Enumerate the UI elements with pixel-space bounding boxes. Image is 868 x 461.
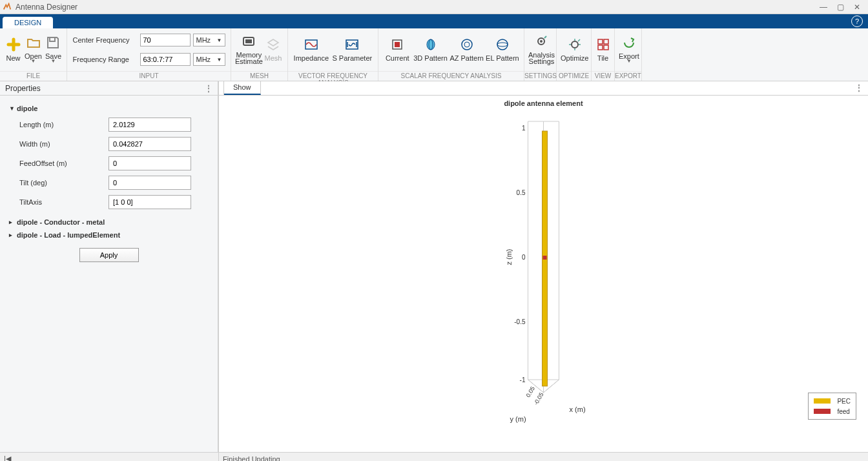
maximize-button[interactable]: ▢ xyxy=(832,1,849,14)
prop-label-1: Width (m) xyxy=(5,140,108,148)
estimate-label: Estimate xyxy=(235,57,263,65)
window-title: Antenna Designer xyxy=(16,3,815,12)
freq-range-input[interactable] xyxy=(140,53,191,66)
tree-load-label: dipole - Load - lumpedElement xyxy=(17,231,120,239)
az-label: AZ Pattern xyxy=(450,54,484,62)
svg-rect-1 xyxy=(245,39,252,43)
center-freq-input[interactable] xyxy=(140,34,191,46)
prop-row-0: Length (m) xyxy=(5,115,212,134)
tree-conductor[interactable]: ▸dipole - Conductor - metal xyxy=(5,216,212,229)
prop-input-3[interactable] xyxy=(108,176,191,190)
save-button[interactable]: Save ▼ xyxy=(44,30,63,69)
xy-tick-b: -0.05 xyxy=(533,391,545,406)
prop-input-2[interactable] xyxy=(108,156,191,170)
canvas-tab-show[interactable]: Show xyxy=(224,81,261,95)
status-text: Finished Updating xyxy=(218,453,868,461)
cf-unit-label: MHz xyxy=(196,36,211,44)
impedance-icon xyxy=(304,37,318,52)
new-button[interactable]: New xyxy=(4,30,23,69)
sparam-button[interactable]: S Parameter xyxy=(331,30,374,69)
tile-button[interactable]: Tile xyxy=(595,30,610,69)
z-tick-1: 1 xyxy=(522,125,526,132)
tile-icon xyxy=(596,37,610,52)
tab-design[interactable]: DESIGN xyxy=(3,17,53,28)
tree-root-dipole[interactable]: ▼dipole xyxy=(5,102,212,115)
tile-label: Tile xyxy=(597,54,608,62)
file-group-label: FILE xyxy=(0,71,67,81)
prop-row-3: Tilt (deg) xyxy=(5,173,212,192)
svg-point-10 xyxy=(497,39,508,50)
svg-rect-15 xyxy=(598,39,603,44)
vfa-group-label: VECTOR FREQUENCY ANALYSIS xyxy=(288,71,378,81)
properties-menu-button[interactable]: ⋮ xyxy=(205,84,212,93)
status-left: |◀ xyxy=(0,455,218,461)
tab-strip: DESIGN ? xyxy=(0,14,868,28)
memory-icon xyxy=(242,34,256,48)
current-button[interactable]: Current xyxy=(382,30,412,69)
figure-area[interactable]: dipole antenna element 1 0.5 0 xyxy=(219,96,868,452)
properties-panel: Properties ⋮ ▼dipole Length (m)Width (m)… xyxy=(0,81,218,452)
apply-button[interactable]: Apply xyxy=(79,248,139,262)
figure-title: dipole antenna element xyxy=(504,99,583,107)
legend-row-pec: PEC xyxy=(814,396,851,406)
help-button[interactable]: ? xyxy=(851,15,863,27)
y-axis-label: y (m) xyxy=(510,415,526,423)
svg-point-8 xyxy=(462,39,472,50)
svg-rect-17 xyxy=(598,45,603,50)
ribbon: New Open ▼ Save ▼ FILE Center Frequency … xyxy=(0,28,868,81)
sfa-group-label: SCALAR FREQUENCY ANALYSIS xyxy=(378,71,524,81)
settings-label: Settings xyxy=(529,57,555,65)
tree-load[interactable]: ▸dipole - Load - lumpedElement xyxy=(5,229,212,241)
export-icon xyxy=(622,36,636,50)
svg-point-11 xyxy=(497,43,508,46)
legend-label-feed: feed xyxy=(837,408,849,415)
feed-point xyxy=(543,256,547,260)
memory-estimate-button[interactable]: Memory Estimate xyxy=(235,30,263,69)
tree-conductor-label: dipole - Conductor - metal xyxy=(17,218,105,226)
title-bar: Antenna Designer — ▢ ✕ xyxy=(0,0,868,14)
canvas-menu-button[interactable]: ⋮ xyxy=(850,81,868,95)
3d-label: 3D Pattern xyxy=(413,54,448,62)
prop-input-4[interactable] xyxy=(108,195,191,209)
freq-range-unit-select[interactable]: MHz▼ xyxy=(193,53,225,66)
antenna-3d-plot: 1 0.5 0 -0.5 -1 z (m) y (m) x (m) 0.05 -… xyxy=(219,96,868,452)
properties-header: Properties xyxy=(5,84,41,93)
mesh-icon xyxy=(266,37,280,52)
el-pattern-button[interactable]: EL Pattern xyxy=(485,30,520,69)
analysis-settings-button[interactable]: Analysis Settings xyxy=(528,30,555,69)
el-label: EL Pattern xyxy=(486,54,519,62)
prop-input-1[interactable] xyxy=(108,137,191,151)
z-axis-label: z (m) xyxy=(505,249,513,265)
impedance-button[interactable]: Impedance xyxy=(292,30,331,69)
optimize-icon xyxy=(568,37,582,52)
app-logo-icon xyxy=(3,3,12,12)
optimize-group-label: OPTIMIZE xyxy=(557,71,591,81)
folder-icon xyxy=(26,36,41,50)
close-button[interactable]: ✕ xyxy=(849,1,865,14)
optimize-button[interactable]: Optimize xyxy=(561,30,588,69)
status-bar: |◀ Finished Updating xyxy=(0,452,868,461)
prop-input-0[interactable] xyxy=(108,118,191,132)
z-tick-05: 0.5 xyxy=(517,189,526,196)
prop-label-4: TiltAxis xyxy=(5,198,108,206)
view-group-label: VIEW xyxy=(592,71,614,81)
canvas-panel: Show ⋮ dipole antenna element 1 xyxy=(218,81,868,452)
rewind-icon[interactable]: |◀ xyxy=(4,455,11,461)
z-tick-n1: -1 xyxy=(520,376,526,384)
new-label: New xyxy=(6,54,21,62)
impedance-label: Impedance xyxy=(294,54,329,62)
freq-range-label: Frequency Range xyxy=(73,56,138,63)
mesh-button[interactable]: Mesh xyxy=(263,30,284,69)
center-freq-unit-select[interactable]: MHz▼ xyxy=(193,34,225,46)
3d-pattern-button[interactable]: 3D Pattern xyxy=(412,30,448,69)
x-axis-label: x (m) xyxy=(570,405,586,413)
prop-row-2: FeedOffset (m) xyxy=(5,154,212,173)
export-button[interactable]: Export ▼ xyxy=(619,30,639,69)
svg-point-6 xyxy=(427,39,435,50)
open-button[interactable]: Open ▼ xyxy=(23,30,44,69)
az-pattern-button[interactable]: AZ Pattern xyxy=(449,30,485,69)
prop-label-3: Tilt (deg) xyxy=(5,179,108,187)
gear-icon xyxy=(534,34,548,48)
export-group-label: EXPORT xyxy=(615,71,641,81)
minimize-button[interactable]: — xyxy=(815,1,832,14)
